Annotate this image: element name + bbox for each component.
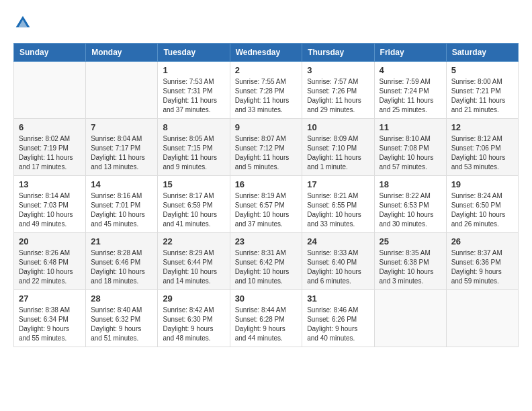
- day-number: 13: [19, 179, 81, 189]
- calendar-cell: 7Sunrise: 8:04 AMSunset: 7:17 PMDaylight…: [86, 119, 158, 176]
- calendar-cell: 1Sunrise: 7:53 AMSunset: 7:31 PMDaylight…: [158, 62, 230, 119]
- calendar-cell: 27Sunrise: 8:38 AMSunset: 6:34 PMDayligh…: [14, 290, 86, 347]
- weekday-header-monday: Monday: [86, 44, 158, 62]
- day-number: 16: [235, 179, 298, 189]
- day-number: 17: [307, 179, 369, 189]
- day-number: 27: [19, 293, 81, 304]
- day-number: 29: [163, 293, 224, 304]
- cell-info: Sunrise: 8:00 AMSunset: 7:21 PMDaylight:…: [451, 77, 513, 115]
- calendar-cell: [374, 290, 446, 347]
- calendar-cell: 21Sunrise: 8:28 AMSunset: 6:46 PMDayligh…: [86, 233, 158, 290]
- cell-info: Sunrise: 7:57 AMSunset: 7:26 PMDaylight:…: [307, 77, 369, 115]
- day-number: 15: [163, 179, 224, 189]
- cell-info: Sunrise: 8:44 AMSunset: 6:28 PMDaylight:…: [235, 306, 298, 343]
- cell-info: Sunrise: 8:04 AMSunset: 7:17 PMDaylight:…: [91, 134, 152, 172]
- cell-info: Sunrise: 8:40 AMSunset: 6:32 PMDaylight:…: [91, 306, 152, 343]
- cell-info: Sunrise: 8:31 AMSunset: 6:42 PMDaylight:…: [235, 248, 298, 286]
- calendar-week-row: 27Sunrise: 8:38 AMSunset: 6:34 PMDayligh…: [14, 290, 519, 347]
- calendar-cell: 12Sunrise: 8:12 AMSunset: 7:06 PMDayligh…: [446, 119, 518, 176]
- calendar-cell: 6Sunrise: 8:02 AMSunset: 7:19 PMDaylight…: [14, 119, 86, 176]
- cell-info: Sunrise: 8:02 AMSunset: 7:19 PMDaylight:…: [19, 134, 81, 172]
- day-number: 20: [19, 236, 81, 246]
- day-number: 24: [307, 236, 369, 246]
- day-number: 12: [451, 122, 513, 132]
- day-number: 21: [91, 236, 152, 246]
- cell-info: Sunrise: 7:59 AMSunset: 7:24 PMDaylight:…: [380, 77, 441, 115]
- day-number: 1: [163, 65, 224, 75]
- cell-info: Sunrise: 8:28 AMSunset: 6:46 PMDaylight:…: [91, 248, 152, 286]
- cell-info: Sunrise: 8:10 AMSunset: 7:08 PMDaylight:…: [380, 134, 441, 172]
- weekday-header-row: SundayMondayTuesdayWednesdayThursdayFrid…: [14, 44, 519, 62]
- day-number: 26: [451, 236, 513, 246]
- cell-info: Sunrise: 8:37 AMSunset: 6:36 PMDaylight:…: [451, 248, 513, 286]
- cell-info: Sunrise: 8:24 AMSunset: 6:50 PMDaylight:…: [451, 191, 513, 229]
- day-number: 6: [19, 122, 81, 132]
- cell-info: Sunrise: 8:14 AMSunset: 7:03 PMDaylight:…: [19, 191, 81, 229]
- day-number: 2: [235, 65, 298, 75]
- cell-info: Sunrise: 8:29 AMSunset: 6:44 PMDaylight:…: [163, 248, 224, 286]
- calendar-cell: 2Sunrise: 7:55 AMSunset: 7:28 PMDaylight…: [230, 62, 302, 119]
- calendar-week-row: 20Sunrise: 8:26 AMSunset: 6:48 PMDayligh…: [14, 233, 519, 290]
- calendar-cell: 8Sunrise: 8:05 AMSunset: 7:15 PMDaylight…: [158, 119, 230, 176]
- calendar-cell: 22Sunrise: 8:29 AMSunset: 6:44 PMDayligh…: [158, 233, 230, 290]
- day-number: 9: [235, 122, 298, 132]
- calendar-cell: 5Sunrise: 8:00 AMSunset: 7:21 PMDaylight…: [446, 62, 518, 119]
- day-number: 25: [380, 236, 441, 246]
- day-number: 10: [307, 122, 369, 132]
- calendar-cell: 16Sunrise: 8:19 AMSunset: 6:57 PMDayligh…: [230, 176, 302, 233]
- calendar-cell: 14Sunrise: 8:16 AMSunset: 7:01 PMDayligh…: [86, 176, 158, 233]
- day-number: 14: [91, 179, 152, 189]
- day-number: 8: [163, 122, 224, 132]
- cell-info: Sunrise: 8:35 AMSunset: 6:38 PMDaylight:…: [380, 248, 441, 286]
- page-header: [13, 13, 519, 32]
- weekday-header-tuesday: Tuesday: [158, 44, 230, 62]
- weekday-header-friday: Friday: [374, 44, 446, 62]
- calendar-cell: 13Sunrise: 8:14 AMSunset: 7:03 PMDayligh…: [14, 176, 86, 233]
- calendar-cell: 29Sunrise: 8:42 AMSunset: 6:30 PMDayligh…: [158, 290, 230, 347]
- day-number: 3: [307, 65, 369, 75]
- cell-info: Sunrise: 8:38 AMSunset: 6:34 PMDaylight:…: [19, 306, 81, 343]
- calendar-week-row: 1Sunrise: 7:53 AMSunset: 7:31 PMDaylight…: [14, 62, 519, 119]
- cell-info: Sunrise: 8:05 AMSunset: 7:15 PMDaylight:…: [163, 134, 224, 172]
- calendar-cell: 4Sunrise: 7:59 AMSunset: 7:24 PMDaylight…: [374, 62, 446, 119]
- cell-info: Sunrise: 8:12 AMSunset: 7:06 PMDaylight:…: [451, 134, 513, 172]
- calendar-cell: [86, 62, 158, 119]
- day-number: 22: [163, 236, 224, 246]
- weekday-header-saturday: Saturday: [446, 44, 518, 62]
- cell-info: Sunrise: 8:07 AMSunset: 7:12 PMDaylight:…: [235, 134, 298, 172]
- calendar-cell: [446, 290, 518, 347]
- day-number: 30: [235, 293, 298, 304]
- weekday-header-thursday: Thursday: [302, 44, 374, 62]
- cell-info: Sunrise: 8:09 AMSunset: 7:10 PMDaylight:…: [307, 134, 369, 172]
- cell-info: Sunrise: 8:19 AMSunset: 6:57 PMDaylight:…: [235, 191, 298, 229]
- weekday-header-wednesday: Wednesday: [230, 44, 302, 62]
- day-number: 18: [380, 179, 441, 189]
- cell-info: Sunrise: 8:22 AMSunset: 6:53 PMDaylight:…: [380, 191, 441, 229]
- calendar-cell: 20Sunrise: 8:26 AMSunset: 6:48 PMDayligh…: [14, 233, 86, 290]
- calendar-week-row: 13Sunrise: 8:14 AMSunset: 7:03 PMDayligh…: [14, 176, 519, 233]
- calendar-cell: 10Sunrise: 8:09 AMSunset: 7:10 PMDayligh…: [302, 119, 374, 176]
- day-number: 7: [91, 122, 152, 132]
- cell-info: Sunrise: 7:53 AMSunset: 7:31 PMDaylight:…: [163, 77, 224, 115]
- cell-info: Sunrise: 8:33 AMSunset: 6:40 PMDaylight:…: [307, 248, 369, 286]
- calendar-cell: 26Sunrise: 8:37 AMSunset: 6:36 PMDayligh…: [446, 233, 518, 290]
- cell-info: Sunrise: 8:42 AMSunset: 6:30 PMDaylight:…: [163, 306, 224, 343]
- calendar-cell: 9Sunrise: 8:07 AMSunset: 7:12 PMDaylight…: [230, 119, 302, 176]
- calendar-cell: [14, 62, 86, 119]
- calendar-cell: 28Sunrise: 8:40 AMSunset: 6:32 PMDayligh…: [86, 290, 158, 347]
- calendar-week-row: 6Sunrise: 8:02 AMSunset: 7:19 PMDaylight…: [14, 119, 519, 176]
- cell-info: Sunrise: 7:55 AMSunset: 7:28 PMDaylight:…: [235, 77, 298, 115]
- calendar-cell: 31Sunrise: 8:46 AMSunset: 6:26 PMDayligh…: [302, 290, 374, 347]
- logo: [13, 13, 35, 32]
- logo-icon: [13, 13, 32, 32]
- calendar-cell: 11Sunrise: 8:10 AMSunset: 7:08 PMDayligh…: [374, 119, 446, 176]
- calendar-cell: 17Sunrise: 8:21 AMSunset: 6:55 PMDayligh…: [302, 176, 374, 233]
- calendar-cell: 25Sunrise: 8:35 AMSunset: 6:38 PMDayligh…: [374, 233, 446, 290]
- calendar-cell: 30Sunrise: 8:44 AMSunset: 6:28 PMDayligh…: [230, 290, 302, 347]
- day-number: 5: [451, 65, 513, 75]
- calendar-cell: 23Sunrise: 8:31 AMSunset: 6:42 PMDayligh…: [230, 233, 302, 290]
- day-number: 23: [235, 236, 298, 246]
- cell-info: Sunrise: 8:21 AMSunset: 6:55 PMDaylight:…: [307, 191, 369, 229]
- day-number: 31: [307, 293, 369, 304]
- day-number: 4: [380, 65, 441, 75]
